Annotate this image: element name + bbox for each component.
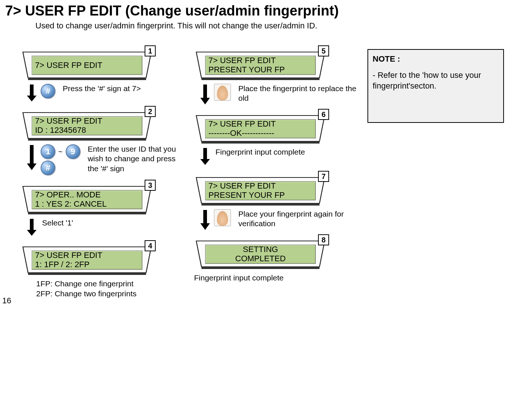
column-left: 7> USER FP EDIT 1 # Press the '#' sign a…: [21, 49, 183, 308]
lcd-line: 7> USER FP EDIT: [35, 251, 139, 260]
lcd-screen: 7> USER FP EDIT --------OK------------: [205, 119, 316, 138]
step-badge: 3: [145, 180, 156, 191]
lcd-line: 1: 1FP / 2: 2FP: [35, 260, 139, 269]
svg-rect-43: [201, 267, 319, 269]
step-badge: 6: [318, 109, 329, 120]
lcd-line: PRESENT YOUR FP: [208, 65, 312, 75]
hash-key-icon: #: [41, 84, 55, 99]
lcd-line: 7> USER FP EDIT: [35, 117, 139, 126]
arrow-down-icon: [25, 218, 38, 236]
lcd-screen: 7> USER FP EDIT PRESENT YOUR FP: [205, 181, 316, 200]
lcd-line: PRESENT YOUR FP: [208, 191, 312, 200]
page-subtitle: Used to change user/admin fingerprint. T…: [35, 21, 532, 31]
svg-rect-21: [28, 273, 146, 275]
fingerprint-icon: [214, 209, 231, 226]
step-4: 7> USER FP EDIT 1: 1FP / 2: 2FP 4 1FP: C…: [21, 244, 183, 299]
lcd-device: 7> USER FP EDIT --------OK------------ 6: [194, 113, 327, 145]
step-action-text: Place your fingerprint again for verific…: [235, 209, 356, 229]
step-badge: 4: [145, 240, 156, 251]
fingerprint-icon: [214, 84, 231, 101]
lcd-line: 1 : YES 2: CANCEL: [35, 200, 139, 209]
hash-key-icon: #: [41, 161, 55, 175]
lcd-device: 7> USER FP EDIT 1: [21, 49, 153, 82]
svg-marker-27: [200, 98, 210, 104]
lcd-device: 7> USER FP EDIT PRESENT YOUR FP 5: [194, 49, 327, 82]
step-action-text: Select '1': [38, 218, 183, 228]
lcd-line: 7> USER FP EDIT: [35, 61, 139, 70]
step-badge: 8: [318, 234, 329, 245]
lcd-device: SETTING COMPLETED 8: [194, 238, 327, 270]
step-badge: 5: [318, 45, 329, 56]
svg-marker-17: [27, 230, 37, 236]
one-key-icon: 1: [41, 144, 55, 159]
arrow-down-icon: [25, 144, 38, 170]
arrow-down-icon: [25, 84, 38, 101]
arrow-down-icon: [198, 84, 212, 104]
step-1: 7> USER FP EDIT 1 # Press the '#' sign a…: [21, 49, 183, 101]
svg-marker-39: [200, 223, 210, 230]
page-number: 16: [2, 296, 11, 306]
step-2: 7> USER FP EDIT ID : 12345678 2 1 ~ 9: [21, 110, 183, 175]
lcd-device: 7> USER FP EDIT PRESENT YOUR FP 7: [194, 175, 327, 207]
svg-rect-3: [28, 78, 146, 80]
step-action-text: Fingerprint input complete: [212, 147, 356, 157]
svg-rect-31: [201, 141, 319, 144]
lcd-device: 7> USER FP EDIT ID : 12345678 2: [21, 110, 153, 142]
lcd-line: 7> USER FP EDIT: [208, 56, 312, 65]
column-right: 7> USER FP EDIT PRESENT YOUR FP 5 Place …: [194, 49, 356, 292]
lcd-line: 7> USER FP EDIT: [208, 120, 312, 129]
step-action-text: Press the '#' sign at 7>: [59, 84, 183, 93]
lcd-screen: 7> USER FP EDIT: [32, 56, 142, 75]
step-caption: 1FP: Change one fingerprint 2FP: Change …: [36, 279, 183, 299]
lcd-screen: 7> USER FP EDIT 1: 1FP / 2: 2FP: [32, 251, 142, 270]
note-box: NOTE : - Refer to the 'how to use your f…: [367, 49, 504, 123]
lcd-line: SETTING: [208, 245, 312, 254]
svg-rect-37: [201, 203, 319, 206]
step-5: 7> USER FP EDIT PRESENT YOUR FP 5 Place …: [194, 49, 356, 104]
note-title: NOTE :: [373, 54, 499, 65]
step-6: 7> USER FP EDIT --------OK------------ 6…: [194, 113, 356, 165]
step-badge: 2: [145, 106, 156, 117]
step-caption: Fingerprint input complete: [194, 273, 356, 283]
svg-marker-5: [27, 96, 37, 101]
lcd-line: 7> OPER.. MODE: [35, 190, 139, 200]
lcd-screen: 7> USER FP EDIT PRESENT YOUR FP: [205, 56, 316, 75]
nine-key-icon: 9: [66, 144, 80, 159]
lcd-line: COMPLETED: [208, 254, 312, 263]
svg-rect-9: [28, 138, 146, 141]
lcd-screen: 7> OPER.. MODE 1 : YES 2: CANCEL: [32, 190, 142, 209]
arrow-down-icon: [198, 209, 212, 230]
svg-rect-15: [28, 212, 146, 214]
arrow-down-icon: [198, 147, 212, 165]
lcd-screen: 7> USER FP EDIT ID : 12345678: [32, 116, 142, 135]
step-action-text: Enter the user ID that you wish to chang…: [84, 144, 183, 173]
lcd-line: ID : 12345678: [35, 126, 139, 135]
tilde-text: ~: [58, 148, 63, 156]
page-title: 7> USER FP EDIT (Change user/admin finge…: [5, 3, 532, 19]
lcd-line: 7> USER FP EDIT: [208, 182, 312, 191]
step-badge: 7: [318, 171, 329, 182]
svg-marker-33: [200, 159, 210, 165]
lcd-device: 7> OPER.. MODE 1 : YES 2: CANCEL 3: [21, 183, 153, 216]
step-8: SETTING COMPLETED 8 Fingerprint input co…: [194, 238, 356, 283]
lcd-device: 7> USER FP EDIT 1: 1FP / 2: 2FP 4: [21, 244, 153, 276]
step-7: 7> USER FP EDIT PRESENT YOUR FP 7 Place …: [194, 175, 356, 230]
svg-rect-25: [201, 78, 319, 80]
step-badge: 1: [145, 45, 156, 56]
lcd-line: --------OK------------: [208, 129, 312, 138]
note-body: - Refer to the 'how to use your fingerpr…: [373, 70, 499, 92]
step-3: 7> OPER.. MODE 1 : YES 2: CANCEL 3 Selec…: [21, 183, 183, 236]
step-action-text: Place the fingerprint to replace the old: [235, 84, 356, 103]
lcd-screen: SETTING COMPLETED: [205, 245, 316, 264]
svg-marker-11: [27, 163, 37, 170]
